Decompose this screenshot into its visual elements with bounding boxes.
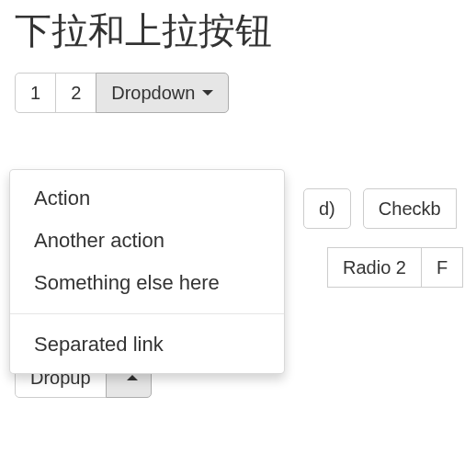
- btn-2[interactable]: 2: [55, 73, 96, 113]
- btn-checkbox-partial[interactable]: Checkb: [363, 188, 457, 229]
- menu-item-something[interactable]: Something else here: [10, 262, 284, 304]
- btn-1[interactable]: 1: [15, 73, 56, 113]
- btn-radio-partial[interactable]: F: [421, 247, 463, 288]
- btn-partial-d[interactable]: d): [303, 188, 351, 229]
- button-group-1: 1 2 Dropdown: [15, 73, 229, 113]
- menu-divider: [10, 313, 284, 314]
- dropdown-menu: Action Another action Something else her…: [9, 169, 285, 374]
- dropdown-label: Dropdown: [111, 84, 195, 102]
- caret-down-icon: [202, 90, 213, 96]
- btn-radio-2[interactable]: Radio 2: [327, 247, 422, 288]
- menu-item-action[interactable]: Action: [10, 177, 284, 220]
- dropdown-toggle[interactable]: Dropdown: [96, 73, 229, 113]
- menu-item-separated[interactable]: Separated link: [10, 323, 284, 366]
- section-heading: 下拉和上拉按钮: [15, 6, 450, 56]
- menu-item-another[interactable]: Another action: [10, 220, 284, 262]
- caret-up-icon: [127, 375, 138, 380]
